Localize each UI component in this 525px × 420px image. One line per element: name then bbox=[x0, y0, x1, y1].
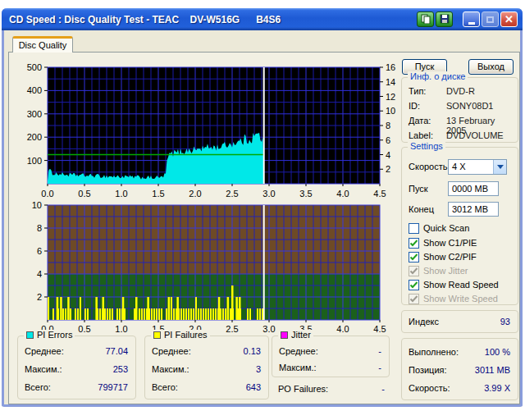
index-group: Индекс93 bbox=[401, 310, 518, 333]
avg-label: Среднее: bbox=[152, 346, 191, 356]
minimize-button[interactable] bbox=[463, 11, 480, 27]
checkbox-label: Show Read Speed bbox=[423, 280, 499, 290]
progress-group: Выполнено:100 % Позиция:3011 MB Скорость… bbox=[401, 338, 518, 400]
svg-text:0.5: 0.5 bbox=[78, 189, 90, 199]
checkbox-box[interactable] bbox=[409, 223, 419, 234]
total-label: Всего: bbox=[152, 382, 178, 392]
po-failures-row: PO Failures: - bbox=[278, 384, 385, 394]
svg-text:8: 8 bbox=[386, 121, 390, 130]
svg-text:1.0: 1.0 bbox=[115, 324, 127, 334]
save-button[interactable] bbox=[436, 11, 453, 27]
pi-errors-group: PI Errors Среднее:77.04 Максим.:253 Всег… bbox=[17, 336, 136, 399]
checkbox-show-c1-pie[interactable]: Show C1/PIE bbox=[409, 237, 477, 249]
index-label: Индекс bbox=[409, 317, 439, 326]
titlebar-buttons: ✕ bbox=[417, 11, 523, 27]
disc-quality-page: 5004003002001001614121086420.00.51.01.52… bbox=[8, 52, 520, 404]
end-position-input[interactable] bbox=[448, 202, 499, 217]
tab-disc-quality[interactable]: Disc Quality bbox=[12, 36, 73, 52]
done-value: 100 % bbox=[485, 347, 510, 357]
svg-text:1.0: 1.0 bbox=[115, 189, 127, 199]
avg-label: Среднее: bbox=[279, 346, 318, 356]
start-position-input[interactable] bbox=[448, 181, 499, 196]
checkbox-label: Show C1/PIE bbox=[423, 238, 477, 248]
checkbox-box[interactable] bbox=[409, 280, 419, 290]
checkbox-show-write-speed[interactable]: Show Write Speed bbox=[409, 293, 498, 304]
save-icon bbox=[440, 12, 450, 27]
svg-text:10: 10 bbox=[32, 200, 42, 210]
svg-text:4: 4 bbox=[386, 150, 390, 160]
svg-text:4: 4 bbox=[37, 269, 42, 279]
max-label: Максим.: bbox=[279, 363, 317, 372]
checkbox-label: Show Write Speed bbox=[423, 294, 498, 304]
max-label: Максим.: bbox=[25, 364, 62, 374]
speed-status-label: Скорость: bbox=[409, 383, 450, 393]
disc-info-group: Инф. о диске Тип:DVD-R ID:SONY08D1 Дата:… bbox=[401, 77, 518, 143]
svg-text:400: 400 bbox=[27, 85, 42, 95]
checkbox-box[interactable] bbox=[409, 252, 419, 262]
svg-text:4.0: 4.0 bbox=[336, 189, 349, 199]
checkbox-show-c2-pif[interactable]: Show C2/PIF bbox=[409, 251, 477, 262]
close-button[interactable]: ✕ bbox=[500, 11, 518, 27]
svg-text:0.5: 0.5 bbox=[78, 324, 90, 334]
speed-value: 4 X bbox=[452, 162, 466, 171]
svg-text:8: 8 bbox=[37, 223, 42, 233]
po-failures-value: - bbox=[381, 384, 385, 394]
svg-text:2.0: 2.0 bbox=[189, 189, 201, 199]
pi-failures-maximum: 3 bbox=[256, 364, 261, 374]
po-failures-label: PO Failures: bbox=[278, 384, 328, 394]
svg-text:10: 10 bbox=[386, 106, 395, 116]
minimize-icon bbox=[468, 22, 475, 25]
checkbox-label: Show C2/PIF bbox=[423, 252, 477, 262]
disc-type-label: Тип: bbox=[409, 86, 426, 96]
pi-errors-average: 77.04 bbox=[105, 346, 128, 356]
svg-text:300: 300 bbox=[27, 109, 42, 119]
svg-text:2: 2 bbox=[386, 164, 390, 174]
titlebar[interactable]: CD Speed : Disc Quality Test - TEAC DV-W… bbox=[2, 8, 523, 30]
checkbox-box[interactable] bbox=[409, 294, 419, 304]
jitter-color-swatch bbox=[281, 331, 288, 339]
disc-type-value: DVD-R bbox=[446, 86, 475, 96]
svg-text:200: 200 bbox=[27, 132, 42, 142]
disc-id-label: ID: bbox=[409, 101, 420, 111]
svg-text:6: 6 bbox=[37, 246, 42, 256]
checkbox-box[interactable] bbox=[409, 266, 419, 276]
settings-group: Settings Скорость 4 X Пуск Конец Quick S… bbox=[401, 147, 518, 305]
position-value: 3011 MB bbox=[475, 365, 510, 375]
svg-text:0.0: 0.0 bbox=[41, 189, 53, 199]
speed-label: Скорость bbox=[409, 162, 448, 171]
pi-errors-color-swatch bbox=[26, 331, 34, 339]
svg-text:1.5: 1.5 bbox=[152, 189, 164, 199]
speed-select[interactable]: 4 X bbox=[448, 159, 507, 175]
svg-text:14: 14 bbox=[386, 77, 395, 87]
copy-button[interactable] bbox=[417, 11, 434, 27]
maximize-button[interactable] bbox=[482, 11, 499, 27]
pi-failures-average: 0.13 bbox=[244, 346, 261, 356]
pi-failures-group: PI Failures Среднее:0.13 Максим.:3 Всего… bbox=[144, 336, 269, 399]
window-title: CD Speed : Disc Quality Test - TEAC DV-W… bbox=[2, 14, 417, 25]
svg-text:3.0: 3.0 bbox=[262, 189, 275, 199]
pi-failures-legend: PI Failures bbox=[164, 330, 208, 340]
combo-dropdown-button[interactable] bbox=[493, 160, 506, 174]
checkbox-show-read-speed[interactable]: Show Read Speed bbox=[409, 279, 499, 290]
maximize-icon bbox=[486, 16, 494, 23]
disc-info-legend: Инф. о диске bbox=[408, 71, 468, 81]
index-value: 93 bbox=[500, 317, 510, 326]
end-pos-label: Конец bbox=[409, 204, 434, 214]
checkbox-box[interactable] bbox=[409, 238, 419, 249]
done-label: Выполнено: bbox=[409, 347, 459, 357]
svg-text:16: 16 bbox=[386, 62, 395, 72]
svg-text:2.5: 2.5 bbox=[226, 324, 238, 334]
pi-failures-chart: 1086420.00.51.01.52.02.53.03.54.04.5 bbox=[9, 199, 401, 336]
app-window: CD Speed : Disc Quality Test - TEAC DV-W… bbox=[2, 8, 523, 407]
checkbox-show-jitter[interactable]: Show Jitter bbox=[409, 265, 468, 276]
disc-date-label: Дата: bbox=[409, 116, 431, 126]
exit-button[interactable]: Выход bbox=[468, 59, 514, 75]
checkbox-quick-scan[interactable]: Quick Scan bbox=[409, 222, 469, 234]
max-label: Максим.: bbox=[152, 364, 189, 374]
copy-icon bbox=[421, 12, 431, 27]
pi-errors-maximum: 253 bbox=[113, 364, 128, 374]
position-label: Позиция: bbox=[409, 365, 447, 375]
settings-legend: Settings bbox=[408, 141, 445, 151]
svg-text:2.5: 2.5 bbox=[226, 189, 238, 199]
jitter-maximum: - bbox=[378, 363, 381, 372]
